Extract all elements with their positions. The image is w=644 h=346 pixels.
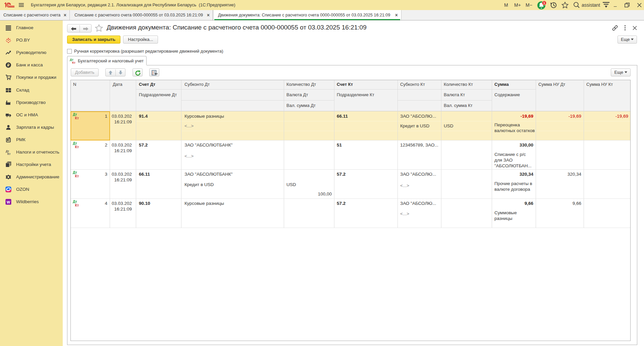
svg-text:1: 1 [543,1,545,5]
svg-text:Кт: Кт [75,116,79,120]
svg-text:Кт: Кт [75,145,79,149]
svg-text:₽: ₽ [7,63,10,67]
svg-text:Кт: Кт [7,152,10,156]
svg-text:Кт: Кт [72,61,75,64]
svg-text:Кт: Кт [75,203,79,207]
svg-text:Кт: Кт [75,174,79,178]
svg-text:W: W [7,200,10,204]
